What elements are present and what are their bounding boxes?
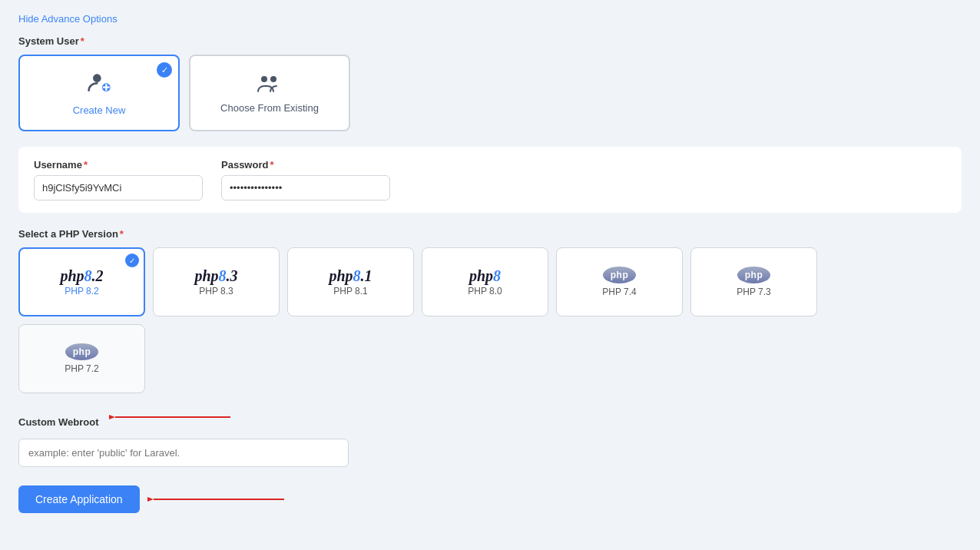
php81-label: PHP 8.1 bbox=[333, 286, 367, 297]
php-80-card[interactable]: php8 PHP 8.0 bbox=[422, 247, 548, 316]
php81-logo: php8.1 bbox=[329, 267, 372, 284]
php80-label: PHP 8.0 bbox=[468, 286, 502, 297]
webroot-label: Custom Webroot bbox=[18, 409, 232, 428]
create-new-icon bbox=[87, 70, 111, 100]
username-field-group: Username* bbox=[34, 159, 203, 200]
system-user-cards-row: ✓ Create New bbox=[18, 55, 962, 131]
php-74-card[interactable]: php PHP 7.4 bbox=[556, 247, 683, 316]
svg-point-4 bbox=[261, 76, 267, 82]
custom-webroot-section: Custom Webroot bbox=[18, 409, 962, 467]
php82-checkmark: ✓ bbox=[125, 253, 139, 267]
php-83-card[interactable]: php8.3 PHP 8.3 bbox=[153, 247, 280, 316]
webroot-label-row: Custom Webroot bbox=[18, 409, 962, 432]
php82-label: PHP 8.2 bbox=[65, 286, 98, 297]
svg-point-0 bbox=[93, 74, 101, 82]
php-versions-grid: ✓ php8.2 PHP 8.2 php8.3 PHP 8.3 php8.1 P… bbox=[18, 247, 962, 316]
svg-point-5 bbox=[270, 76, 276, 82]
username-input[interactable] bbox=[34, 175, 203, 200]
choose-existing-card[interactable]: Choose From Existing bbox=[189, 55, 350, 131]
create-app-arrow-icon bbox=[147, 491, 286, 508]
selected-checkmark: ✓ bbox=[157, 62, 172, 78]
php72-label: PHP 7.2 bbox=[65, 363, 98, 374]
password-field-group: Password* bbox=[221, 159, 390, 200]
php82-logo: php8.2 bbox=[60, 267, 103, 284]
php83-logo: php8.3 bbox=[194, 267, 237, 284]
webroot-arrow-icon bbox=[109, 409, 232, 426]
create-application-button[interactable]: Create Application bbox=[18, 485, 140, 513]
php-73-card[interactable]: php PHP 7.3 bbox=[690, 247, 817, 316]
php72-badge: php bbox=[65, 343, 99, 360]
php-82-card[interactable]: ✓ php8.2 PHP 8.2 bbox=[18, 247, 145, 316]
hide-advance-options-link[interactable]: Hide Advance Options bbox=[18, 13, 118, 25]
php74-label: PHP 7.4 bbox=[602, 287, 636, 297]
create-new-label: Create New bbox=[73, 104, 126, 116]
password-label: Password* bbox=[221, 159, 390, 171]
php83-label: PHP 8.3 bbox=[199, 286, 233, 297]
credentials-section: Username* Password* bbox=[18, 147, 962, 213]
system-user-label: System User* bbox=[18, 35, 962, 47]
choose-existing-label: Choose From Existing bbox=[220, 102, 319, 114]
create-new-card[interactable]: ✓ Create New bbox=[18, 55, 180, 131]
password-input[interactable] bbox=[221, 175, 390, 200]
php74-badge: php bbox=[603, 267, 637, 283]
php80-logo: php8 bbox=[469, 267, 501, 284]
php-72-card[interactable]: php PHP 7.2 bbox=[18, 324, 145, 393]
system-user-section: System User* ✓ Create New bbox=[18, 35, 962, 131]
php-version-label: Select a PHP Version* bbox=[18, 228, 962, 240]
php-version-section: Select a PHP Version* ✓ php8.2 PHP 8.2 p… bbox=[18, 228, 962, 393]
choose-existing-icon bbox=[257, 72, 283, 98]
username-label: Username* bbox=[34, 159, 203, 171]
php-81-card[interactable]: php8.1 PHP 8.1 bbox=[287, 247, 414, 316]
create-app-row: Create Application bbox=[18, 485, 962, 513]
php73-badge: php bbox=[737, 267, 771, 283]
custom-webroot-input[interactable] bbox=[18, 439, 349, 467]
php73-label: PHP 7.3 bbox=[737, 287, 770, 297]
